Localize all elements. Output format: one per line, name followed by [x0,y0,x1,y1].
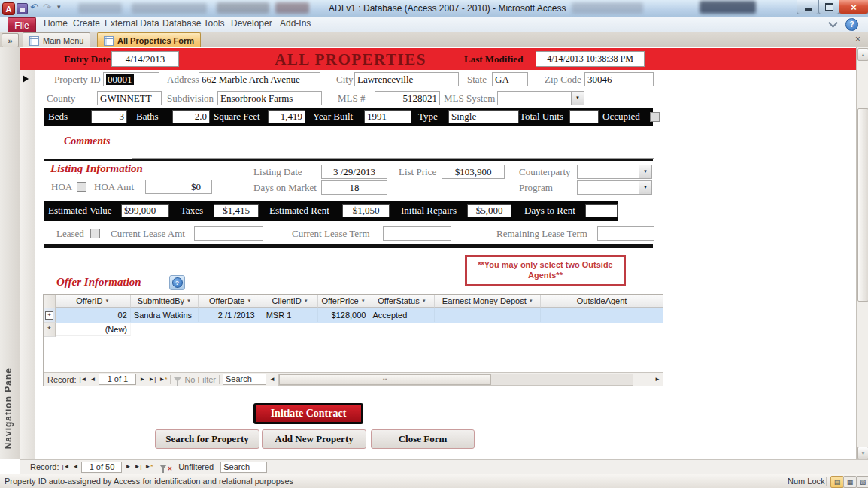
previous-record-icon[interactable]: ◄ [90,376,96,383]
ribbon-collapse-chevron-icon[interactable] [828,18,838,28]
address-field[interactable]: 662 Marble Arch Avenue [199,72,320,86]
quick-access-dropdown-icon[interactable]: ▾ [57,3,61,11]
list-price-field[interactable]: $103,900 [442,165,505,179]
tab-all-properties-form[interactable]: All Properties Form [97,32,201,48]
days-to-rent-field[interactable] [585,204,618,217]
design-view-button[interactable]: ▧ [856,476,868,488]
next-record-icon[interactable]: ► [139,376,145,383]
current-lease-amt-field[interactable] [194,226,263,241]
close-button[interactable]: × [839,0,868,14]
last-record-icon[interactable]: ►| [148,376,156,383]
entry-date-field[interactable]: 4/14/2013 [111,51,179,67]
mls-system-combo[interactable]: ▼ [497,91,584,105]
square-feet-field[interactable]: 1,419 [268,110,305,123]
next-record-icon[interactable]: ► [125,463,131,471]
cell-offerdate[interactable]: 2 /1 /2013 [199,308,263,322]
redo-icon[interactable]: ↷ [43,2,51,13]
dropdown-arrow-icon[interactable]: ▼ [571,92,584,105]
subform-search-input[interactable]: Search [223,374,266,385]
state-field[interactable]: GA [492,72,528,86]
datasheet-view-button[interactable]: ▦ [843,476,857,488]
year-built-field[interactable]: 1991 [364,110,411,123]
hscroll-left-icon[interactable]: ◄ [269,376,275,383]
sort-arrow-icon[interactable]: ▼ [529,299,533,303]
current-lease-term-field[interactable] [383,226,451,241]
type-field[interactable]: Single [448,110,519,123]
sort-arrow-icon[interactable]: ▼ [247,299,251,303]
navigation-pane-collapsed[interactable]: Navigation Pane [0,47,20,459]
column-header-submittedby[interactable]: SubmittedBy▼ [131,295,199,308]
column-header-offerprice[interactable]: OfferPrice▼ [318,295,370,308]
taxes-field[interactable]: $1,415 [214,204,259,217]
cell-offerstatus[interactable]: Accepted [369,308,435,322]
record-position[interactable]: 1 of 1 [99,374,136,385]
cell-outsideagent[interactable] [541,308,663,322]
save-icon[interactable] [17,3,28,14]
sort-arrow-icon[interactable]: ▼ [422,299,426,303]
subdivision-field[interactable]: Ensorbrook Farms [217,91,322,105]
column-header-clientid[interactable]: ClientID▼ [263,295,318,308]
minimize-button[interactable] [797,0,819,14]
scroll-up-icon[interactable]: ▲ [857,48,868,61]
mls-number-field[interactable]: 5128021 [375,91,440,105]
record-selector-bar[interactable] [20,70,35,459]
hscrollbar-thumb[interactable]: ▪▪ [279,374,491,385]
help-icon[interactable]: ? [845,18,858,31]
record-position[interactable]: 1 of 50 [81,462,122,473]
dropdown-arrow-icon[interactable]: ▼ [639,165,651,178]
days-on-market-field[interactable]: 18 [321,180,387,195]
new-record-row[interactable]: * (New) [44,323,663,337]
counterparty-combo[interactable]: ▼ [577,165,652,179]
nav-pane-shutter-button[interactable]: » [2,33,19,47]
sort-arrow-icon[interactable]: ▼ [304,299,308,303]
row-selector-cell[interactable]: + [44,308,56,323]
total-units-field[interactable] [569,110,599,123]
form-view-button[interactable]: ▤ [830,476,844,488]
close-form-tab-icon[interactable]: × [855,34,860,44]
column-header-earnest-money[interactable]: Earnest Money Depost▼ [435,295,541,308]
beds-field[interactable]: 3 [91,110,127,123]
horizontal-scrollbar[interactable]: ▪▪ [278,374,633,386]
last-record-icon[interactable]: ►| [134,463,141,471]
offer-help-button[interactable]: ? [169,275,185,290]
baths-field[interactable]: 2.0 [172,110,210,123]
filter-state[interactable]: No Filter [184,375,216,384]
previous-record-icon[interactable]: ◄ [73,463,79,471]
ribbon-tab-home[interactable]: Home [44,18,68,29]
column-header-offerdate[interactable]: OfferDate▼ [199,295,263,308]
ribbon-tab-external-data[interactable]: External Data [105,18,159,29]
cell-offerid[interactable]: 02 [56,308,131,322]
hoa-amt-field[interactable]: $0 [145,180,212,194]
hoa-checkbox[interactable] [77,182,86,192]
main-search-input[interactable]: Search [220,462,267,473]
add-new-property-button[interactable]: Add New Property [262,429,366,449]
filter-state[interactable]: Unfiltered [178,462,214,471]
occupied-checkbox[interactable] [650,112,660,122]
zip-code-field[interactable]: 30046- [584,72,654,86]
scrollbar-thumb[interactable] [857,108,868,302]
expand-subdatasheet-icon[interactable]: + [45,311,53,320]
last-modified-field[interactable]: 4/14/2013 10:38:38 PM [536,51,645,67]
new-record-icon[interactable]: ►* [159,376,167,383]
listing-date-field[interactable]: 3 /29/2013 [321,165,387,179]
column-header-outsideagent[interactable]: OutsideAgent [541,295,663,308]
ribbon-tab-file[interactable]: File [8,17,36,32]
first-record-icon[interactable]: |◄ [62,463,70,471]
search-for-property-button[interactable]: Search for Property [155,429,259,449]
restore-button[interactable] [818,0,839,14]
estimated-rent-field[interactable]: $1,050 [342,204,390,217]
sort-arrow-icon[interactable]: ▼ [187,299,191,303]
vertical-scrollbar[interactable]: ▲ ▼ [856,47,868,459]
column-header-offerid[interactable]: OfferID▼ [56,295,131,308]
estimated-value-field[interactable]: $99,000 [121,204,169,217]
sort-arrow-icon[interactable]: ▼ [361,299,366,303]
county-field[interactable]: GWINNETT [97,91,162,105]
cell-new[interactable]: (New) [56,323,131,336]
property-id-field[interactable]: 00001 [103,72,159,86]
remaining-lease-term-field[interactable] [597,226,654,241]
new-record-icon[interactable]: ►* [144,463,153,471]
comments-field[interactable] [132,129,654,159]
cell-submittedby[interactable]: Sandra Watkins [131,308,199,322]
offer-row-selected[interactable]: + 02 Sandra Watkins 2 /1 /2013 MSR 1 $12… [44,308,663,323]
dropdown-arrow-icon[interactable]: ▼ [639,181,651,194]
